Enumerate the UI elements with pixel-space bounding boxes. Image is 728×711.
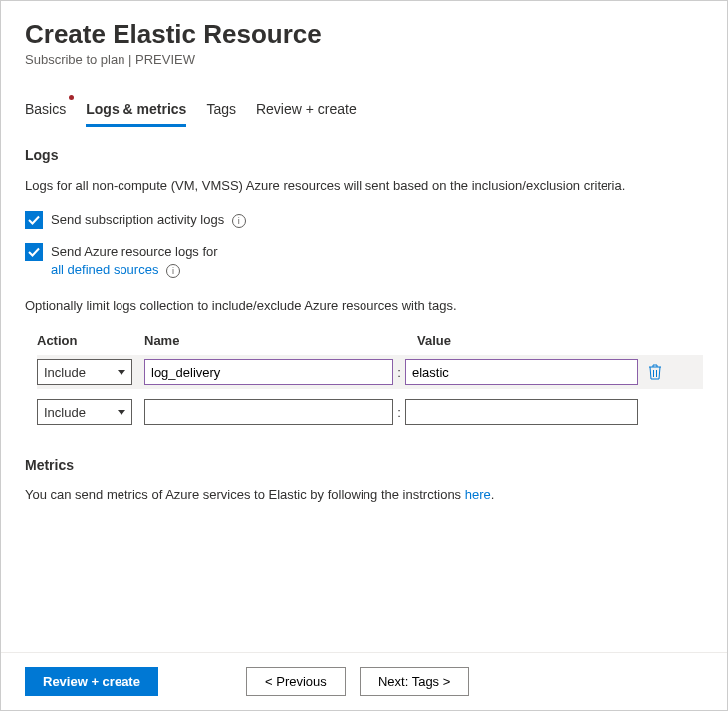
- metrics-description: You can send metrics of Azure services t…: [25, 487, 703, 502]
- metrics-desc-suffix: .: [491, 487, 495, 502]
- tag-row: Include :: [37, 356, 703, 389]
- tab-review-create-label: Review + create: [256, 101, 357, 117]
- tab-review-create[interactable]: Review + create: [256, 95, 357, 127]
- trash-icon: [648, 364, 662, 380]
- wizard-footer: Review + create < Previous Next: Tags >: [1, 652, 727, 710]
- action-select-value: Include: [44, 365, 86, 380]
- tab-tags[interactable]: Tags: [206, 95, 236, 127]
- metrics-section: Metrics You can send metrics of Azure se…: [25, 457, 703, 502]
- metrics-here-link[interactable]: here: [465, 487, 491, 502]
- cb2-prefix: Send Azure resource logs for: [51, 244, 218, 259]
- col-header-name: Name: [144, 333, 405, 348]
- info-icon[interactable]: i: [232, 214, 246, 228]
- checkbox-row-resource-logs: Send Azure resource logs for all defined…: [25, 243, 703, 279]
- checkbox-subscription-logs[interactable]: [25, 211, 43, 229]
- checkmark-icon: [28, 246, 40, 258]
- action-select[interactable]: Include: [37, 399, 132, 425]
- delete-row-button[interactable]: [644, 361, 666, 383]
- page-title: Create Elastic Resource: [25, 19, 703, 50]
- logs-heading: Logs: [25, 147, 703, 163]
- action-select-value: Include: [44, 405, 86, 420]
- checkbox-row-subscription-logs: Send subscription activity logs i: [25, 211, 703, 229]
- limit-description: Optionally limit logs collection to incl…: [25, 297, 703, 315]
- col-header-value: Value: [417, 333, 662, 348]
- tab-tags-label: Tags: [206, 101, 236, 117]
- tab-basics[interactable]: Basics: [25, 95, 66, 127]
- colon-separator: :: [393, 405, 405, 420]
- next-button[interactable]: Next: Tags >: [360, 667, 469, 696]
- tag-table-header: Action Name Value: [37, 333, 703, 348]
- tag-name-input[interactable]: [144, 359, 393, 385]
- tag-row: Include :: [37, 395, 703, 429]
- page-subtitle: Subscribe to plan | PREVIEW: [25, 52, 703, 67]
- checkbox-resource-logs[interactable]: [25, 243, 43, 261]
- tag-value-input[interactable]: [405, 399, 638, 425]
- create-resource-page: Create Elastic Resource Subscribe to pla…: [0, 0, 728, 711]
- logs-description: Logs for all non-compute (VM, VMSS) Azur…: [25, 177, 703, 195]
- review-create-button[interactable]: Review + create: [25, 667, 158, 696]
- cb1-text: Send subscription activity logs: [51, 212, 224, 227]
- colon-separator: :: [393, 365, 405, 380]
- tab-logs-metrics-label: Logs & metrics: [86, 101, 186, 117]
- tab-bar: Basics Logs & metrics Tags Review + crea…: [25, 95, 703, 127]
- checkbox-resource-logs-label: Send Azure resource logs for all defined…: [51, 243, 218, 279]
- tag-value-input[interactable]: [405, 359, 638, 385]
- metrics-desc-prefix: You can send metrics of Azure services t…: [25, 487, 465, 502]
- tab-basics-label: Basics: [25, 101, 66, 117]
- checkmark-icon: [28, 214, 40, 226]
- previous-button[interactable]: < Previous: [246, 667, 346, 696]
- col-header-action: Action: [37, 333, 144, 348]
- tab-logs-metrics[interactable]: Logs & metrics: [86, 95, 186, 127]
- info-icon[interactable]: i: [166, 264, 180, 278]
- action-select[interactable]: Include: [37, 359, 132, 385]
- tag-filter-table: Action Name Value Include : Include :: [25, 333, 703, 429]
- validation-dot-icon: [69, 95, 74, 100]
- all-defined-sources-link[interactable]: all defined sources: [51, 262, 158, 277]
- metrics-heading: Metrics: [25, 457, 703, 473]
- checkbox-subscription-logs-label: Send subscription activity logs i: [51, 211, 246, 229]
- tag-name-input[interactable]: [144, 399, 393, 425]
